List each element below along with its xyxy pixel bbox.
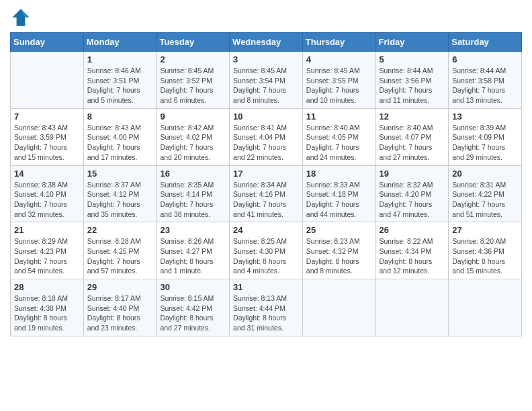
day-number: 18: [306, 169, 372, 179]
day-number: 2: [160, 54, 226, 64]
day-number: 30: [160, 282, 226, 292]
day-number: 21: [14, 225, 80, 235]
day-number: 1: [87, 54, 153, 64]
day-header-wednesday: Wednesday: [230, 33, 303, 52]
calendar-cell: 31Sunrise: 8:13 AMSunset: 4:44 PMDayligh…: [230, 279, 303, 336]
day-number: 31: [233, 282, 299, 292]
calendar-cell: 6Sunrise: 8:44 AMSunset: 3:58 PMDaylight…: [449, 52, 522, 109]
day-info: Sunrise: 8:39 AMSunset: 4:09 PMDaylight:…: [452, 123, 518, 163]
calendar-week-4: 21Sunrise: 8:29 AMSunset: 4:23 PMDayligh…: [11, 222, 522, 279]
day-number: 22: [87, 225, 153, 235]
day-info: Sunrise: 8:44 AMSunset: 3:56 PMDaylight:…: [380, 66, 445, 105]
calendar-cell: [11, 52, 84, 109]
calendar-cell: 23Sunrise: 8:26 AMSunset: 4:27 PMDayligh…: [157, 222, 230, 279]
calendar-cell: 14Sunrise: 8:38 AMSunset: 4:10 PMDayligh…: [11, 165, 84, 222]
calendar-week-5: 28Sunrise: 8:18 AMSunset: 4:38 PMDayligh…: [11, 279, 522, 336]
day-header-monday: Monday: [83, 33, 157, 52]
day-info: Sunrise: 8:43 AMSunset: 4:00 PMDaylight:…: [87, 123, 153, 163]
day-info: Sunrise: 8:18 AMSunset: 4:38 PMDaylight:…: [14, 293, 80, 333]
calendar-cell: 26Sunrise: 8:22 AMSunset: 4:34 PMDayligh…: [375, 222, 449, 279]
day-info: Sunrise: 8:32 AMSunset: 4:20 PMDaylight:…: [380, 180, 445, 220]
calendar-cell: 30Sunrise: 8:15 AMSunset: 4:42 PMDayligh…: [157, 279, 230, 336]
day-info: Sunrise: 8:33 AMSunset: 4:18 PMDaylight:…: [306, 180, 372, 220]
calendar-cell: 27Sunrise: 8:20 AMSunset: 4:36 PMDayligh…: [449, 222, 522, 279]
calendar-week-3: 14Sunrise: 8:38 AMSunset: 4:10 PMDayligh…: [11, 165, 522, 222]
calendar-week-1: 1Sunrise: 8:46 AMSunset: 3:51 PMDaylight…: [11, 52, 522, 109]
day-number: 27: [452, 225, 518, 235]
calendar-cell: 17Sunrise: 8:34 AMSunset: 4:16 PMDayligh…: [230, 165, 303, 222]
calendar-cell: 2Sunrise: 8:45 AMSunset: 3:52 PMDaylight…: [157, 52, 230, 109]
day-info: Sunrise: 8:28 AMSunset: 4:25 PMDaylight:…: [87, 236, 153, 276]
day-header-sunday: Sunday: [11, 33, 84, 52]
calendar-cell: 5Sunrise: 8:44 AMSunset: 3:56 PMDaylight…: [375, 52, 449, 109]
day-info: Sunrise: 8:13 AMSunset: 4:44 PMDaylight:…: [233, 293, 299, 333]
calendar-table: SundayMondayTuesdayWednesdayThursdayFrid…: [10, 32, 522, 336]
calendar-cell: 19Sunrise: 8:32 AMSunset: 4:20 PMDayligh…: [375, 165, 449, 222]
logo-icon: [10, 7, 32, 28]
day-header-friday: Friday: [375, 33, 449, 52]
day-number: 26: [380, 225, 445, 235]
calendar-cell: 29Sunrise: 8:17 AMSunset: 4:40 PMDayligh…: [83, 279, 157, 336]
calendar-cell: 1Sunrise: 8:46 AMSunset: 3:51 PMDaylight…: [83, 52, 157, 109]
day-number: 10: [233, 111, 299, 122]
calendar-cell: 12Sunrise: 8:40 AMSunset: 4:07 PMDayligh…: [375, 108, 449, 165]
calendar-cell: 9Sunrise: 8:42 AMSunset: 4:02 PMDaylight…: [157, 108, 230, 165]
day-info: Sunrise: 8:40 AMSunset: 4:07 PMDaylight:…: [380, 123, 445, 163]
calendar-cell: 18Sunrise: 8:33 AMSunset: 4:18 PMDayligh…: [302, 165, 375, 222]
calendar-cell: 16Sunrise: 8:35 AMSunset: 4:14 PMDayligh…: [157, 165, 230, 222]
page-header: [10, 7, 522, 28]
day-number: 25: [306, 225, 372, 235]
day-info: Sunrise: 8:35 AMSunset: 4:14 PMDaylight:…: [160, 180, 226, 220]
day-info: Sunrise: 8:42 AMSunset: 4:02 PMDaylight:…: [160, 123, 226, 163]
day-info: Sunrise: 8:43 AMSunset: 3:59 PMDaylight:…: [14, 123, 80, 163]
day-number: 29: [87, 282, 153, 292]
calendar-cell: [302, 279, 375, 336]
day-number: 20: [452, 169, 518, 179]
day-info: Sunrise: 8:34 AMSunset: 4:16 PMDaylight:…: [233, 180, 299, 220]
day-number: 28: [14, 282, 80, 292]
day-number: 7: [14, 111, 80, 122]
day-number: 14: [14, 169, 80, 179]
day-header-tuesday: Tuesday: [157, 33, 230, 52]
calendar-cell: 15Sunrise: 8:37 AMSunset: 4:12 PMDayligh…: [83, 165, 157, 222]
day-number: 24: [233, 225, 299, 235]
day-info: Sunrise: 8:41 AMSunset: 4:04 PMDaylight:…: [233, 123, 299, 163]
calendar-cell: 3Sunrise: 8:45 AMSunset: 3:54 PMDaylight…: [230, 52, 303, 109]
calendar-cell: 8Sunrise: 8:43 AMSunset: 4:00 PMDaylight…: [83, 108, 157, 165]
day-info: Sunrise: 8:15 AMSunset: 4:42 PMDaylight:…: [160, 293, 226, 333]
calendar-cell: 13Sunrise: 8:39 AMSunset: 4:09 PMDayligh…: [449, 108, 522, 165]
day-number: 17: [233, 169, 299, 179]
day-info: Sunrise: 8:20 AMSunset: 4:36 PMDaylight:…: [452, 236, 518, 276]
day-info: Sunrise: 8:29 AMSunset: 4:23 PMDaylight:…: [14, 236, 80, 276]
day-info: Sunrise: 8:25 AMSunset: 4:30 PMDaylight:…: [233, 236, 299, 276]
day-header-thursday: Thursday: [302, 33, 375, 52]
day-info: Sunrise: 8:31 AMSunset: 4:22 PMDaylight:…: [452, 180, 518, 220]
calendar-cell: [449, 279, 522, 336]
day-number: 13: [452, 111, 518, 122]
day-number: 4: [306, 54, 372, 64]
calendar-body: 1Sunrise: 8:46 AMSunset: 3:51 PMDaylight…: [11, 52, 522, 336]
day-info: Sunrise: 8:22 AMSunset: 4:34 PMDaylight:…: [380, 236, 445, 276]
day-info: Sunrise: 8:37 AMSunset: 4:12 PMDaylight:…: [87, 180, 153, 220]
logo: [10, 7, 34, 28]
calendar-cell: 11Sunrise: 8:40 AMSunset: 4:05 PMDayligh…: [302, 108, 375, 165]
day-number: 9: [160, 111, 226, 122]
day-number: 16: [160, 169, 226, 179]
day-info: Sunrise: 8:40 AMSunset: 4:05 PMDaylight:…: [306, 123, 372, 163]
day-number: 15: [87, 169, 153, 179]
day-number: 19: [380, 169, 445, 179]
day-info: Sunrise: 8:45 AMSunset: 3:52 PMDaylight:…: [160, 66, 226, 105]
day-info: Sunrise: 8:23 AMSunset: 4:32 PMDaylight:…: [306, 236, 372, 276]
day-info: Sunrise: 8:46 AMSunset: 3:51 PMDaylight:…: [87, 66, 153, 105]
calendar-header-row: SundayMondayTuesdayWednesdayThursdayFrid…: [11, 33, 522, 52]
day-header-saturday: Saturday: [449, 33, 522, 52]
day-info: Sunrise: 8:44 AMSunset: 3:58 PMDaylight:…: [452, 66, 518, 105]
day-number: 12: [380, 111, 445, 122]
day-info: Sunrise: 8:45 AMSunset: 3:54 PMDaylight:…: [233, 66, 299, 105]
day-number: 6: [452, 54, 518, 64]
day-info: Sunrise: 8:38 AMSunset: 4:10 PMDaylight:…: [14, 180, 80, 220]
day-info: Sunrise: 8:45 AMSunset: 3:55 PMDaylight:…: [306, 66, 372, 105]
calendar-cell: 4Sunrise: 8:45 AMSunset: 3:55 PMDaylight…: [302, 52, 375, 109]
calendar-cell: 25Sunrise: 8:23 AMSunset: 4:32 PMDayligh…: [302, 222, 375, 279]
day-number: 11: [306, 111, 372, 122]
